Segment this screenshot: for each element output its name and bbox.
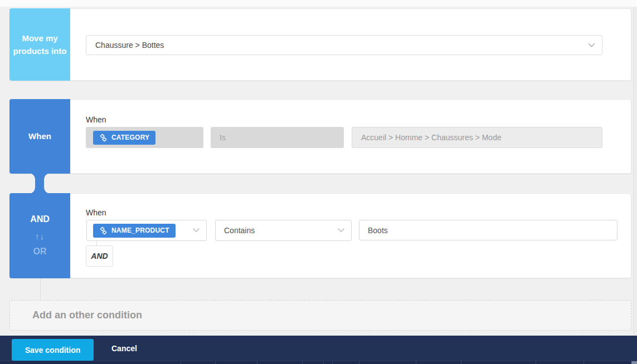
footer-bottom-strip bbox=[0, 361, 637, 364]
link-icon bbox=[99, 227, 108, 235]
chevron-down-icon bbox=[588, 43, 602, 48]
and-or-toggle: AND ↑↓ OR bbox=[9, 193, 70, 278]
target-category-select[interactable]: Chaussure > Bottes bbox=[86, 35, 602, 55]
when-row-label: When bbox=[86, 115, 106, 124]
add-nested-and-button[interactable]: AND bbox=[86, 245, 113, 267]
swap-arrows-icon[interactable]: ↑↓ bbox=[35, 230, 45, 243]
attribute-tag[interactable]: NAME_PRODUCT bbox=[93, 224, 176, 238]
target-category-value: Chaussure > Bottes bbox=[86, 41, 164, 50]
chevron-down-icon bbox=[338, 228, 351, 233]
connector-curve bbox=[44, 173, 50, 179]
add-other-condition-button[interactable]: Add an other condition bbox=[9, 300, 631, 331]
move-products-card: Move my products into Chaussure > Bottes bbox=[9, 8, 631, 81]
chevron-down-icon bbox=[193, 228, 206, 233]
when-condition-card: When When CATEGORY Is Accueil > Homme > … bbox=[9, 99, 631, 174]
add-other-condition-label: Add an other condition bbox=[32, 309, 142, 321]
operator-select-disabled: Is bbox=[211, 127, 344, 148]
and-condition-card: AND ↑↓ OR When NAME_PRODUCT Contains AND bbox=[9, 193, 631, 278]
nested-and-connector bbox=[96, 240, 97, 245]
and-toggle-option[interactable]: AND bbox=[30, 213, 50, 227]
condition-value-readonly: Accueil > Homme > Chaussures > Mode bbox=[352, 127, 602, 148]
or-toggle-option[interactable]: OR bbox=[33, 245, 47, 259]
scrollbar-track[interactable] bbox=[633, 7, 637, 336]
operator-select[interactable]: Contains bbox=[215, 220, 352, 241]
move-products-label-line2: products into bbox=[13, 45, 67, 57]
cancel-button[interactable]: Cancel bbox=[111, 336, 137, 361]
save-condition-button[interactable]: Save condition bbox=[12, 339, 94, 361]
add-condition-connector bbox=[40, 278, 41, 300]
attribute-tag-label: CATEGORY bbox=[111, 134, 149, 141]
condition-connector bbox=[35, 170, 44, 196]
condition-value-text: Accueil > Homme > Chaussures > Mode bbox=[361, 133, 502, 142]
operator-placeholder: Is bbox=[211, 133, 235, 142]
operator-value: Contains bbox=[216, 226, 255, 235]
attribute-tag-label: NAME_PRODUCT bbox=[111, 227, 169, 234]
move-products-label: Move my products into bbox=[9, 8, 70, 81]
when-label-text: When bbox=[28, 130, 51, 142]
and-row-label: When bbox=[86, 208, 106, 217]
footer-action-bar: Save condition Cancel bbox=[0, 336, 637, 364]
page-top-strip bbox=[0, 0, 637, 7]
connector-curve bbox=[29, 173, 35, 179]
attribute-select[interactable]: NAME_PRODUCT bbox=[86, 220, 207, 241]
link-icon bbox=[99, 134, 108, 142]
attribute-select-disabled: CATEGORY bbox=[86, 127, 203, 148]
when-label: When bbox=[9, 99, 70, 174]
attribute-tag[interactable]: CATEGORY bbox=[93, 131, 155, 145]
move-products-label-line1: Move my bbox=[22, 32, 57, 45]
condition-value-input[interactable] bbox=[359, 220, 617, 240]
